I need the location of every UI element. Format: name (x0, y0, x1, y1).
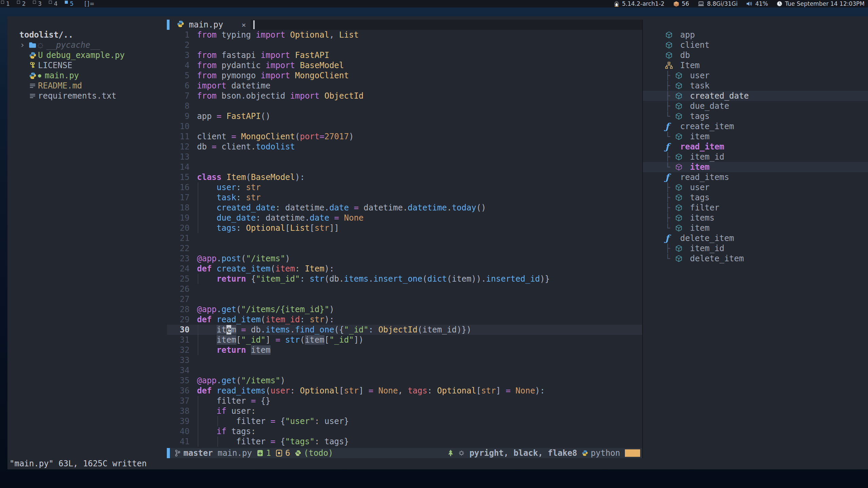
line-number: 25 (167, 274, 190, 284)
code-line[interactable]: 24def create_item(item: Item): (167, 264, 642, 274)
symbol-user[interactable]: ├user (643, 182, 868, 192)
symbol-filter[interactable]: ├filter (643, 203, 868, 213)
line-number: 22 (167, 243, 190, 253)
line-number: 33 (167, 355, 190, 365)
tree-item-license[interactable]: LICENSE (7, 60, 167, 70)
code-line[interactable]: 20 tags: Optional[List[str]] (167, 223, 642, 233)
symbol-items[interactable]: ├items (643, 213, 868, 223)
symbol-item_id[interactable]: ├item_id (643, 243, 868, 253)
clock-icon (777, 1, 782, 6)
code-line[interactable]: 39 filter = {"user": user} (167, 416, 642, 426)
symbol-name: tags (690, 111, 710, 121)
symbol-delete_item[interactable]: └delete_item (643, 253, 868, 264)
code-line[interactable]: 34 (167, 365, 642, 375)
symbol-create_item[interactable]: ƒcreate_item (643, 121, 868, 131)
code-line[interactable]: 32 return item (167, 345, 642, 355)
code-line[interactable]: 6import datetime (167, 81, 642, 91)
symbol-read_item[interactable]: ƒread_item (643, 142, 868, 152)
code-line[interactable]: 13 (167, 152, 642, 162)
file-status-badge: U (38, 50, 43, 60)
code-line[interactable]: 35@app.get("/items") (167, 375, 642, 386)
workspace-5[interactable]: 5 (64, 0, 80, 7)
tree-item-main.py[interactable]: ●main.py (7, 70, 167, 81)
symbol-tags[interactable]: ├tags (643, 192, 868, 203)
line-number: 19 (167, 213, 190, 223)
code-line[interactable]: 10 (167, 121, 642, 131)
line-number: 16 (167, 182, 190, 192)
workspace-3[interactable]: 3 (32, 0, 48, 7)
line-number: 1 (167, 30, 190, 40)
statusline-seg-6: 6 (276, 448, 290, 458)
symbol-delete_item[interactable]: ƒdelete_item (643, 233, 868, 243)
line-number: 18 (167, 203, 190, 213)
code-line[interactable]: 38 if user: (167, 406, 642, 416)
tree-connector: └ (665, 131, 675, 142)
code-line[interactable]: 40 if tags: (167, 426, 642, 436)
keys-icon (27, 62, 38, 69)
workspace-1[interactable]: 1 (0, 0, 16, 7)
code-line[interactable]: 12db = client.todolist (167, 142, 642, 152)
symbol-task[interactable]: ├task (643, 81, 868, 91)
symbol-item[interactable]: └item (643, 162, 868, 172)
symbol-Item[interactable]: Item (643, 60, 868, 70)
code-line[interactable]: 41 filter = {"tags": tags} (167, 436, 642, 447)
code-line[interactable]: 2 (167, 40, 642, 50)
code-line[interactable]: 37 filter = {} (167, 396, 642, 406)
tree-item-debug_example.py[interactable]: Udebug_example.py (7, 50, 167, 60)
tree-item-requirements.txt[interactable]: requirements.txt (7, 91, 167, 101)
code-line[interactable]: 28@app.get("/items/{item_id}") (167, 304, 642, 314)
code-line[interactable]: 5from pymongo import MongoClient (167, 70, 642, 81)
code-line[interactable]: 27 (167, 294, 642, 304)
code-line[interactable]: 11client = MongoClient(port=27017) (167, 131, 642, 142)
code-line[interactable]: 16 user: str (167, 182, 642, 192)
workspace-2[interactable]: 2 (16, 0, 32, 7)
symbol-user[interactable]: ├user (643, 70, 868, 81)
code-line[interactable]: 30 item = db.items.find_one({"_id": Obje… (167, 325, 642, 335)
symbol-client[interactable]: client (643, 40, 868, 50)
code-line[interactable]: 22 (167, 243, 642, 253)
symbol-created_date[interactable]: ├created_date (643, 91, 868, 101)
code-area[interactable]: main.py × 1from typing import Optional, … (167, 16, 642, 448)
code-line[interactable]: 15class Item(BaseModel): (167, 172, 642, 182)
symbol-due_date[interactable]: ├due_date (643, 101, 868, 111)
code-line[interactable]: 19 due_date: datetime.date = None (167, 213, 642, 223)
status-package: 56 (673, 0, 689, 7)
code-line[interactable]: 26 (167, 284, 642, 294)
symbol-item[interactable]: └item (643, 131, 868, 142)
code-line[interactable]: 21 (167, 233, 642, 243)
line-number: 34 (167, 365, 190, 375)
chevron-right-icon[interactable]: › (7, 40, 27, 50)
symbol-tags[interactable]: └tags (643, 111, 868, 121)
tree-item-readme.md[interactable]: README.md (7, 81, 167, 91)
symbol-app[interactable]: app (643, 30, 868, 40)
code-line[interactable]: 4from pydantic import BaseModel (167, 60, 642, 70)
code-line[interactable]: 33 (167, 355, 642, 365)
workspace-4[interactable]: 4 (48, 0, 64, 7)
code-line[interactable]: 31 item["_id"] = str(item["_id"]) (167, 335, 642, 345)
code-line[interactable]: 36def read_items(user: Optional[str] = N… (167, 386, 642, 396)
workspace-indicator (33, 1, 36, 4)
statusline-seg-1: 1 (257, 448, 271, 458)
tab-main-py[interactable]: main.py × (170, 20, 251, 30)
statusline-accent-block (167, 448, 170, 458)
code-line[interactable]: 8 (167, 101, 642, 111)
code-line[interactable]: 1from typing import Optional, List (167, 30, 642, 40)
code-line[interactable]: 29def read_item(item_id: str): (167, 314, 642, 325)
code-line[interactable]: 17 task: str (167, 192, 642, 203)
tree-item-__pycache__[interactable]: ›◌__pycache__ (7, 40, 167, 50)
symbol-item_id[interactable]: ├item_id (643, 152, 868, 162)
code-line[interactable]: 3from fastapi import FastAPI (167, 50, 642, 60)
variable-icon (675, 153, 690, 161)
symbol-db[interactable]: db (643, 50, 868, 60)
symbol-item[interactable]: └item (643, 223, 868, 233)
code-line[interactable]: 25 return {"item_id": str(db.items.inser… (167, 274, 642, 284)
code-line[interactable]: 7from bson.objectid import ObjectId (167, 91, 642, 101)
code-line[interactable]: 23@app.post("/items") (167, 253, 642, 264)
symbol-name: item_id (690, 152, 724, 162)
volume-icon (746, 1, 752, 6)
code-line[interactable]: 9app = FastAPI() (167, 111, 642, 121)
symbol-read_items[interactable]: ƒread_items (643, 172, 868, 182)
tab-close-icon[interactable]: × (241, 21, 246, 29)
code-line[interactable]: 18 created_date: datetime.date = datetim… (167, 203, 642, 213)
code-line[interactable]: 14 (167, 162, 642, 172)
